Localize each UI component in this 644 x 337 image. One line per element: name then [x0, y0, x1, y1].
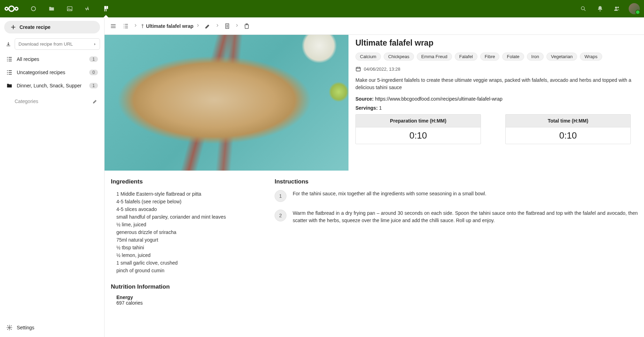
- ingredient-item[interactable]: small handful of parsley, coriander and …: [116, 213, 264, 221]
- total-time-box: Total time (H:MM) 0:10: [505, 114, 631, 144]
- ingredient-item[interactable]: 1 small garlic clove, crushed: [116, 259, 264, 267]
- svg-rect-7: [106, 6, 106, 8]
- svg-rect-6: [105, 6, 105, 11]
- url-input[interactable]: [15, 38, 100, 50]
- edit-categories-icon[interactable]: [92, 99, 98, 104]
- svg-point-12: [615, 7, 617, 9]
- chevron-right-icon: [215, 23, 220, 29]
- recipe-description: Make our 5-ingredient falafels to create…: [355, 77, 637, 91]
- nav-photos[interactable]: [62, 0, 77, 17]
- svg-rect-10: [106, 8, 107, 11]
- contacts-icon[interactable]: [610, 0, 624, 17]
- tag[interactable]: Iron: [527, 53, 544, 61]
- calendar-icon: [355, 66, 361, 72]
- gear-icon: [6, 324, 13, 331]
- step-number: 1: [275, 190, 286, 202]
- create-recipe-label: Create recipe: [20, 24, 51, 30]
- svg-rect-17: [142, 25, 143, 28]
- settings-label: Settings: [17, 325, 34, 330]
- sidebar-item-label: All recipes: [17, 56, 85, 62]
- ingredient-item[interactable]: ½ lemon, juiced: [116, 251, 264, 259]
- instruction-step[interactable]: 1For the tahini sauce, mix together all …: [275, 190, 638, 202]
- nav-dashboard[interactable]: [26, 0, 41, 17]
- count-badge: 0: [89, 70, 98, 75]
- step-text: For the tahini sauce, mix together all t…: [293, 190, 638, 197]
- sidebar-item-label: Uncategorised recipes: [17, 70, 85, 75]
- instruction-step[interactable]: 2Warm the flatbread in a dry frying pan …: [275, 210, 638, 224]
- sidebar-item-label: Dinner, Lunch, Snack, Supper: [17, 83, 85, 88]
- topbar: [0, 0, 644, 17]
- nextcloud-logo[interactable]: [4, 5, 19, 13]
- user-avatar[interactable]: [629, 3, 640, 14]
- list-icon[interactable]: [121, 21, 131, 31]
- svg-rect-19: [356, 67, 360, 71]
- svg-rect-8: [107, 6, 107, 8]
- svg-point-2: [15, 7, 18, 10]
- tag[interactable]: Falafel: [455, 53, 477, 61]
- svg-point-14: [9, 327, 10, 329]
- ingredient-item[interactable]: 1 Middle Eastern-style flatbread or pitt…: [116, 190, 264, 198]
- recipe-date: 04/06/2022, 13:28: [364, 66, 400, 72]
- sidebar: Create recipe All recipes 1 Uncategorise…: [0, 17, 105, 337]
- svg-point-3: [31, 7, 36, 11]
- recipe-title: Ultimate falafel wrap: [355, 38, 637, 48]
- svg-rect-16: [143, 24, 143, 26]
- svg-rect-15: [142, 24, 142, 26]
- chevron-right-icon: [196, 23, 200, 29]
- ingredients-list: 1 Middle Eastern-style flatbread or pitt…: [111, 190, 264, 274]
- ingredient-item[interactable]: 75ml natural yogurt: [116, 236, 264, 244]
- breadcrumb-title[interactable]: Ultimate falafel wrap: [140, 23, 193, 29]
- nutrition-energy: Energy 697 calories: [111, 295, 264, 306]
- sidebar-category-dinner[interactable]: Dinner, Lunch, Snack, Supper 1: [3, 79, 101, 92]
- recipe-image: [105, 35, 348, 171]
- tag[interactable]: Fibre: [480, 53, 500, 61]
- tag[interactable]: Emma Freud: [417, 53, 452, 61]
- step-text: Warm the flatbread in a dry frying pan –…: [293, 210, 638, 224]
- tag[interactable]: Calcium: [355, 53, 381, 61]
- tag[interactable]: Vegetarian: [546, 53, 577, 61]
- ingredient-item[interactable]: ½ lime, juiced: [116, 221, 264, 228]
- tag[interactable]: Chickpeas: [384, 53, 414, 61]
- recipe-servings: Servings: 1: [355, 105, 637, 111]
- edit-icon[interactable]: [202, 21, 213, 31]
- count-badge: 1: [89, 56, 98, 62]
- ingredient-item[interactable]: ½ tbsp tahini: [116, 244, 264, 251]
- tag[interactable]: Folate: [502, 53, 524, 61]
- count-badge: 1: [89, 83, 98, 88]
- delete-icon[interactable]: [242, 21, 252, 31]
- nav-cookbook[interactable]: [98, 0, 114, 17]
- ingredients-heading: Ingredients: [111, 178, 264, 185]
- svg-point-5: [69, 8, 69, 8]
- instructions-heading: Instructions: [275, 178, 638, 185]
- breadcrumb: Ultimate falafel wrap: [105, 17, 644, 35]
- ingredient-item[interactable]: generous drizzle of sriracha: [116, 228, 264, 236]
- search-icon[interactable]: [576, 0, 590, 17]
- step-number: 2: [275, 210, 286, 221]
- nutrition-heading: Nutrition Information: [111, 283, 264, 290]
- tags-list: CalciumChickpeasEmma FreudFalafelFibreFo…: [355, 53, 637, 61]
- create-recipe-button[interactable]: Create recipe: [4, 21, 100, 33]
- svg-point-0: [9, 6, 14, 11]
- tag[interactable]: Wraps: [580, 53, 602, 61]
- nav-files[interactable]: [44, 0, 59, 17]
- categories-heading: Categories: [15, 99, 38, 104]
- ingredient-item[interactable]: pinch of ground cumin: [116, 267, 264, 274]
- chevron-right-icon: [133, 23, 138, 29]
- menu-icon[interactable]: [108, 21, 118, 31]
- sidebar-all-recipes[interactable]: All recipes 1: [3, 53, 101, 66]
- download-icon[interactable]: [4, 41, 13, 47]
- main-content: Ultimate falafel wrap Ultimate falafel w…: [105, 17, 644, 337]
- prep-time-box: Preparation time (H:MM) 0:10: [355, 114, 481, 144]
- notifications-icon[interactable]: [593, 0, 607, 17]
- print-icon[interactable]: [222, 21, 232, 31]
- svg-point-11: [581, 7, 584, 10]
- nav-activity[interactable]: [80, 0, 95, 17]
- settings-link[interactable]: Settings: [3, 320, 101, 335]
- sidebar-uncategorised[interactable]: Uncategorised recipes 0: [3, 66, 101, 79]
- ingredient-item[interactable]: 4-5 slices avocado: [116, 205, 264, 213]
- svg-point-1: [5, 7, 8, 10]
- svg-point-13: [618, 7, 619, 8]
- recipe-source: Source: https://www.bbcgoodfood.com/reci…: [355, 96, 637, 102]
- ingredient-item[interactable]: 4-5 falafels (see recipe below): [116, 198, 264, 205]
- chevron-right-icon: [235, 23, 239, 29]
